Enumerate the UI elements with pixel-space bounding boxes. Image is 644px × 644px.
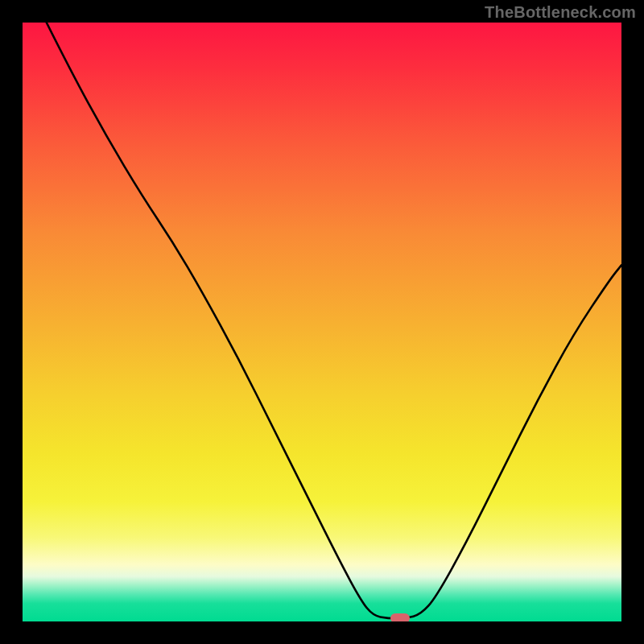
bottleneck-curve (23, 23, 621, 621)
chart-frame: TheBottleneck.com (0, 0, 644, 644)
optimal-point-marker (390, 613, 410, 621)
plot-area (23, 23, 621, 621)
watermark-text: TheBottleneck.com (485, 3, 636, 22)
